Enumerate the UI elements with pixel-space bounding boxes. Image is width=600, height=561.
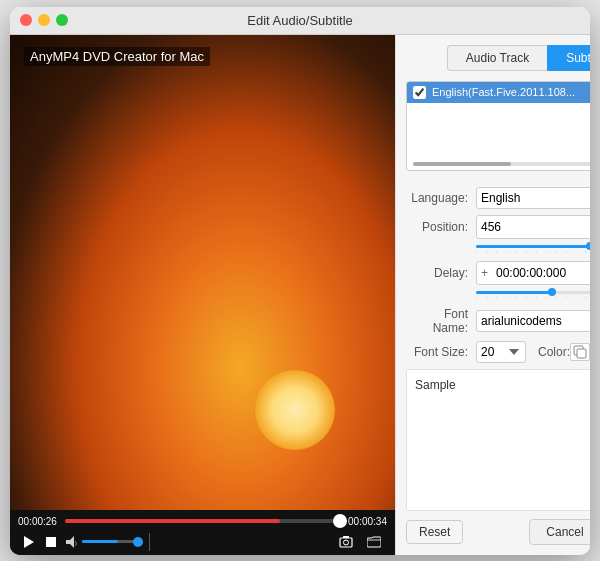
time-start: 00:00:26 xyxy=(18,516,57,527)
tab-row: Audio Track Subtitle xyxy=(406,45,590,71)
titlebar: Edit Audio/Subtitle xyxy=(10,7,590,35)
volume-handle[interactable] xyxy=(133,537,143,547)
delay-prefix: + xyxy=(477,263,492,283)
progress-handle[interactable] xyxy=(333,514,347,528)
progress-fill xyxy=(65,519,280,523)
reset-button[interactable]: Reset xyxy=(406,520,463,544)
language-row: Language: English French Spanish xyxy=(406,187,590,209)
svg-rect-6 xyxy=(343,536,349,538)
language-select[interactable]: English French Spanish xyxy=(476,187,590,209)
position-input[interactable] xyxy=(477,217,590,237)
window-controls xyxy=(20,14,68,26)
delay-slider[interactable] xyxy=(476,291,590,294)
video-overlay: AnyMP4 DVD Creator for Mac xyxy=(24,47,210,66)
volume-track[interactable] xyxy=(82,540,137,543)
progress-row: 00:00:26 00:00:34 xyxy=(18,516,387,527)
separator xyxy=(149,533,150,551)
folder-button[interactable] xyxy=(365,534,383,550)
tab-subtitle[interactable]: Subtitle xyxy=(547,45,590,71)
delay-label: Delay: xyxy=(406,266,476,280)
position-input-wrap: ▲ ▼ xyxy=(476,215,590,239)
main-window: Edit Audio/Subtitle AnyMP4 DVD Creator f… xyxy=(10,7,590,555)
delay-slider-row: · · · · · · · · · · · · · · · · xyxy=(406,291,590,301)
delay-input[interactable] xyxy=(492,263,590,283)
position-control: ▲ ▼ xyxy=(476,215,590,239)
subtitle-list: English(Fast.Five.2011.108... xyxy=(406,81,590,171)
cancel-button[interactable]: Cancel xyxy=(529,519,590,545)
tab-audio-track[interactable]: Audio Track xyxy=(447,45,547,71)
position-slider[interactable] xyxy=(476,245,590,248)
position-slider-fill xyxy=(476,245,590,248)
svg-marker-0 xyxy=(24,536,34,548)
extra-controls xyxy=(337,534,383,550)
list-item[interactable]: English(Fast.Five.2011.108... xyxy=(407,82,590,103)
minimize-button[interactable] xyxy=(38,14,50,26)
font-size-wrap: 20 14 16 24 xyxy=(476,341,526,363)
subtitle-checkbox[interactable] xyxy=(413,86,426,99)
delay-slider-fill xyxy=(476,291,552,294)
window-title: Edit Audio/Subtitle xyxy=(247,13,353,28)
delay-slider-thumb[interactable] xyxy=(548,288,556,296)
time-end: 00:00:34 xyxy=(348,516,387,527)
sample-box: Sample xyxy=(406,369,590,511)
video-background xyxy=(10,35,395,510)
sample-label: Sample xyxy=(415,378,456,392)
svg-rect-8 xyxy=(577,349,586,358)
playback-controls: ) xyxy=(18,533,387,551)
color-picker[interactable] xyxy=(570,343,590,361)
font-name-label: Font Name: xyxy=(406,307,476,335)
volume-fill xyxy=(82,540,118,543)
position-slider-thumb[interactable] xyxy=(586,242,590,250)
list-scrollbar[interactable] xyxy=(413,162,590,166)
list-container: English(Fast.Five.2011.108... + × ▲ ▼ xyxy=(406,81,590,179)
color-label: Color: xyxy=(538,345,570,359)
color-copy-icon xyxy=(573,345,587,359)
play-button[interactable] xyxy=(22,534,36,550)
font-name-control: arialunicodems Arial Helvetica xyxy=(476,310,590,332)
subtitle-item-text: English(Fast.Five.2011.108... xyxy=(432,86,590,98)
position-label: Position: xyxy=(406,220,476,234)
video-panel: AnyMP4 DVD Creator for Mac 00:00:26 00:0… xyxy=(10,35,395,555)
position-row: Position: ▲ ▼ xyxy=(406,215,590,239)
content-area: AnyMP4 DVD Creator for Mac 00:00:26 00:0… xyxy=(10,35,590,555)
svg-point-5 xyxy=(344,540,349,545)
progress-bar[interactable] xyxy=(65,519,340,523)
svg-text:): ) xyxy=(75,540,77,546)
svg-rect-1 xyxy=(46,537,56,547)
svg-rect-4 xyxy=(340,538,352,547)
volume-icon: ) xyxy=(66,536,78,548)
screenshot-button[interactable] xyxy=(337,534,355,550)
video-area: AnyMP4 DVD Creator for Mac xyxy=(10,35,395,510)
action-buttons: Cancel OK xyxy=(529,519,590,545)
scrollbar-thumb xyxy=(413,162,511,166)
language-control: English French Spanish xyxy=(476,187,590,209)
bottom-row: Reset Cancel OK xyxy=(406,519,590,545)
right-panel: Audio Track Subtitle English(Fast.Five.2… xyxy=(395,35,590,555)
font-name-row: Font Name: arialunicodems Arial Helvetic… xyxy=(406,307,590,335)
language-label: Language: xyxy=(406,191,476,205)
font-size-color-row: Font Size: 20 14 16 24 Color: xyxy=(406,341,590,363)
svg-marker-2 xyxy=(66,536,74,548)
font-size-select[interactable]: 20 14 16 24 xyxy=(476,341,526,363)
position-slider-row: · · · · · · · · · · · · · · · · xyxy=(406,245,590,255)
volume-control: ) xyxy=(66,536,137,548)
close-button[interactable] xyxy=(20,14,32,26)
font-size-label: Font Size: xyxy=(406,345,476,359)
delay-row: Delay: + ▲ ▼ xyxy=(406,261,590,285)
delay-input-wrap: + ▲ ▼ xyxy=(476,261,590,285)
font-name-select[interactable]: arialunicodems Arial Helvetica xyxy=(476,310,590,332)
position-ticks: · · · · · · · · · · · · · · · · xyxy=(476,248,590,255)
delay-ticks: · · · · · · · · · · · · · · · · xyxy=(476,294,590,301)
stop-button[interactable] xyxy=(44,535,58,549)
video-sun xyxy=(255,370,335,450)
maximize-button[interactable] xyxy=(56,14,68,26)
video-controls: 00:00:26 00:00:34 xyxy=(10,510,395,555)
delay-control: + ▲ ▼ xyxy=(476,261,590,285)
